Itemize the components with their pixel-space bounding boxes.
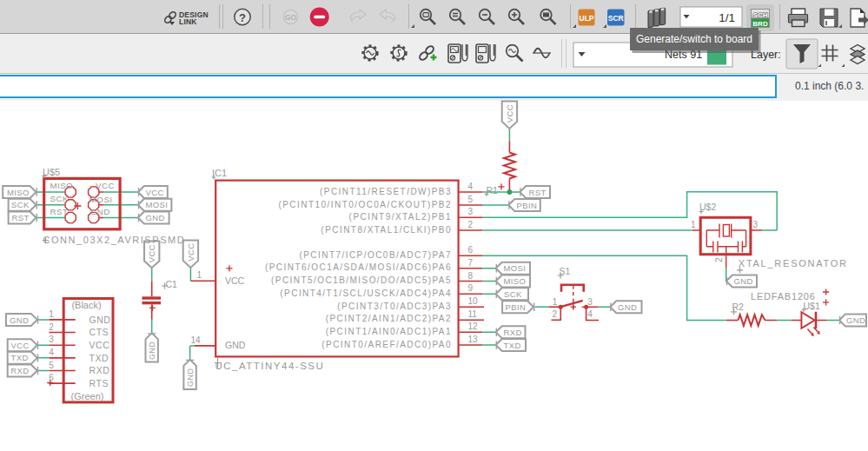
svg-text:1: 1	[691, 220, 696, 229]
svg-text:SCK: SCK	[11, 200, 30, 209]
svg-text:RXD: RXD	[504, 328, 522, 337]
svg-text:10: 10	[468, 296, 479, 306]
svg-text:CTS: CTS	[89, 327, 109, 337]
svg-text:CONN_03X2_AVRISPSMD: CONN_03X2_AVRISPSMD	[43, 235, 186, 245]
svg-text:9: 9	[468, 283, 474, 293]
svg-text:14: 14	[191, 335, 202, 345]
svg-text:GND: GND	[618, 302, 637, 312]
svg-text:MOSI: MOSI	[146, 200, 169, 209]
svg-text:U$2: U$2	[699, 202, 716, 212]
svg-text:6: 6	[49, 373, 54, 382]
svg-text:1: 1	[49, 309, 54, 319]
svg-text:TXD: TXD	[11, 353, 29, 362]
svg-text:GND: GND	[89, 315, 111, 325]
svg-text:1: 1	[553, 297, 558, 307]
svg-text:2: 2	[468, 220, 474, 229]
svg-text:(Black): (Black)	[71, 300, 101, 310]
svg-text:UC_ATTINY44-SSU: UC_ATTINY44-SSU	[215, 361, 325, 371]
svg-text:GND: GND	[734, 276, 753, 286]
svg-text:3: 3	[753, 220, 759, 229]
svg-text:VCC: VCC	[89, 340, 110, 350]
svg-text:GND: GND	[186, 368, 195, 387]
svg-text:6: 6	[468, 245, 474, 255]
svg-text:3: 3	[468, 207, 474, 216]
svg-text:5: 5	[49, 361, 54, 370]
svg-text:GND: GND	[146, 213, 165, 222]
svg-text:PBIN: PBIN	[517, 201, 538, 210]
svg-text:MISO: MISO	[7, 188, 30, 197]
svg-text:11: 11	[468, 309, 478, 319]
svg-text:(PCINT11/RESET/DW)PB3: (PCINT11/RESET/DW)PB3	[320, 187, 452, 196]
svg-text:(PCINT8/XTAL1/CLKI)PB0: (PCINT8/XTAL1/CLKI)PB0	[321, 225, 452, 235]
svg-text:RXD: RXD	[89, 365, 110, 375]
svg-text:(PCINT2/AIN1/ADC2)PA2: (PCINT2/AIN1/ADC2)PA2	[326, 314, 452, 323]
svg-text:(PCINT1/AIN0/ADC1)PA1: (PCINT1/AIN0/ADC1)PA1	[326, 327, 452, 336]
svg-text:1: 1	[197, 270, 202, 280]
svg-text:U$5: U$5	[43, 167, 60, 177]
svg-text:(PCINT10/INT0/OC0A/CKOUT)PB2: (PCINT10/INT0/OC0A/CKOUT)PB2	[278, 200, 452, 209]
svg-text:VCC: VCC	[146, 188, 164, 197]
svg-text:C1: C1	[166, 279, 178, 289]
svg-text:SCK: SCK	[504, 289, 522, 299]
svg-text:4: 4	[468, 182, 474, 191]
svg-text:GND: GND	[148, 342, 156, 360]
svg-text:12: 12	[468, 322, 479, 331]
svg-text:LEDFAB1206: LEDFAB1206	[751, 291, 816, 302]
svg-text:2: 2	[714, 257, 724, 262]
svg-text:RST: RST	[12, 213, 30, 222]
svg-text:MOSI: MOSI	[89, 195, 113, 204]
svg-text:GND: GND	[90, 207, 110, 216]
svg-text:2: 2	[49, 322, 54, 332]
svg-text:VCC: VCC	[11, 341, 30, 350]
svg-text:(PCINT4/T1/SCL/USCK/ADC4)PA4: (PCINT4/T1/SCL/USCK/ADC4)PA4	[280, 289, 452, 298]
svg-text:RST: RST	[50, 207, 69, 216]
svg-text:SCK: SCK	[50, 194, 69, 203]
svg-text:GND: GND	[10, 315, 29, 325]
svg-text:GND: GND	[846, 315, 865, 325]
svg-text:RST: RST	[529, 188, 547, 197]
svg-text:3: 3	[587, 297, 593, 307]
svg-text:TXD: TXD	[89, 353, 109, 363]
svg-text:4: 4	[587, 309, 593, 319]
svg-text:5: 5	[468, 195, 474, 204]
svg-text:GND: GND	[225, 340, 246, 350]
svg-text:VCC: VCC	[147, 244, 156, 262]
svg-text:VCC: VCC	[225, 275, 245, 286]
svg-text:7: 7	[468, 258, 474, 268]
svg-text:4: 4	[49, 348, 54, 357]
svg-text:(PCINT3/T0/ADC3)PA3: (PCINT3/T0/ADC3)PA3	[337, 302, 452, 311]
svg-text:PBIN: PBIN	[506, 302, 527, 312]
svg-text:VCC: VCC	[186, 242, 195, 261]
svg-text:VCC: VCC	[505, 104, 514, 123]
svg-text:8: 8	[468, 271, 474, 281]
svg-text:TXD: TXD	[504, 341, 521, 350]
svg-text:(PCINT9/XTAL2)PB1: (PCINT9/XTAL2)PB1	[349, 212, 452, 222]
svg-text:2: 2	[553, 309, 558, 319]
svg-text:(Green): (Green)	[71, 391, 104, 401]
svg-text:XTAL_RESONATOR: XTAL_RESONATOR	[739, 258, 848, 269]
svg-text:VCC: VCC	[96, 181, 115, 190]
svg-text:3: 3	[49, 335, 54, 344]
svg-text:MISO: MISO	[504, 276, 527, 286]
svg-text:(PCINT6/OC1A/SDA/MOSI/ADC6)PA6: (PCINT6/OC1A/SDA/MOSI/ADC6)PA6	[265, 262, 452, 272]
svg-text:RXD: RXD	[10, 366, 29, 375]
svg-text:MOSI: MOSI	[504, 263, 527, 273]
svg-text:(PCINT5/OC1B/MISO/DO/ADC5)PA5: (PCINT5/OC1B/MISO/DO/ADC5)PA5	[271, 275, 452, 285]
svg-text:RTS: RTS	[89, 378, 109, 388]
svg-text:13: 13	[468, 335, 479, 344]
svg-text:(PCINT7/ICP/OC0B/ADC7)PA7: (PCINT7/ICP/OC0B/ADC7)PA7	[299, 250, 452, 260]
svg-text:(PCINT0/AREF/ADC0)PA0: (PCINT0/AREF/ADC0)PA0	[321, 340, 452, 349]
svg-text:MISO: MISO	[50, 181, 74, 190]
